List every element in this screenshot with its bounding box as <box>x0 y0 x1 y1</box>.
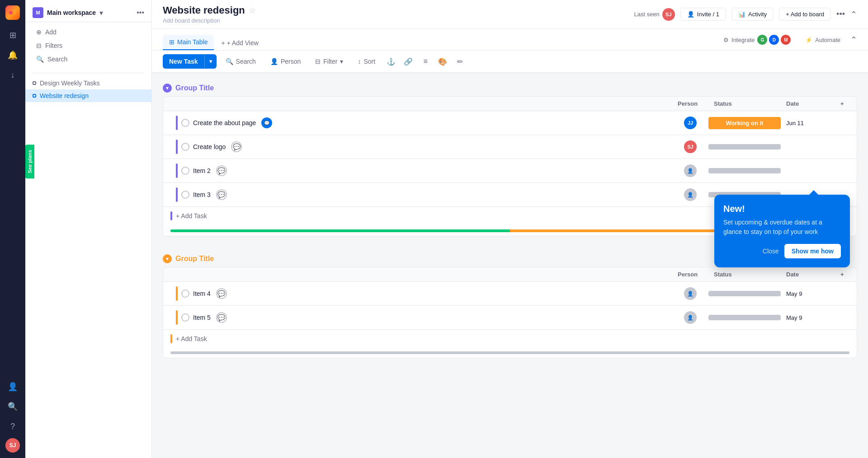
task-check-icon[interactable] <box>181 290 189 298</box>
task-check-icon[interactable] <box>181 191 189 199</box>
col-task-name <box>170 267 672 281</box>
task-name: Item 5 <box>193 314 211 321</box>
person-avatar[interactable]: 👤 <box>684 164 697 177</box>
add-task-accent <box>170 334 172 343</box>
new-task-dropdown-icon[interactable]: ▾ <box>204 55 217 68</box>
person-label: Person <box>281 58 301 65</box>
table-row: Item 4 💬 👤 May 9 <box>163 282 857 306</box>
group-2-collapse-btn[interactable]: ▾ <box>163 254 172 263</box>
nav-people-icon[interactable]: 👤 <box>5 379 21 395</box>
toolbar-person-button[interactable]: 👤 Person <box>265 55 306 68</box>
nav-inbox-icon[interactable]: ↓ <box>5 67 21 83</box>
group-1-collapse-btn[interactable]: ▾ <box>163 84 172 93</box>
popup-title: New! <box>723 204 841 214</box>
sidebar-add-button[interactable]: ⊕ Add <box>33 26 144 38</box>
status-badge[interactable]: Working on it <box>708 117 781 129</box>
nav-help-icon[interactable]: ? <box>5 418 21 435</box>
task-chat-icon[interactable]: 💬 <box>216 288 227 299</box>
see-plans-tab[interactable]: See plans <box>25 145 34 178</box>
popup-show-me-button[interactable]: Show me how <box>784 244 841 258</box>
star-icon[interactable]: ☆ <box>249 5 256 15</box>
toolbar-edit-icon[interactable]: ✏ <box>453 55 467 68</box>
person-avatar[interactable]: 👤 <box>684 188 697 201</box>
col-person: Person <box>672 97 708 111</box>
popup-actions: Close Show me how <box>723 244 841 258</box>
nav-notifications-icon[interactable]: 🔔 <box>5 47 21 63</box>
add-to-board-button[interactable]: + Add to board <box>779 8 831 21</box>
person-avatar[interactable]: SJ <box>684 140 697 153</box>
add-view-icon: + <box>221 39 225 47</box>
top-bar-more-icon[interactable]: ••• <box>836 9 845 19</box>
task-check-icon[interactable] <box>181 119 189 127</box>
board-subtitle[interactable]: Add board description <box>163 17 256 24</box>
group-2-title: Group Title <box>175 255 214 263</box>
toolbar-chain-icon[interactable]: 🔗 <box>401 55 415 68</box>
task-chat-icon[interactable]: 💬 <box>216 312 227 323</box>
collapse-panel-icon[interactable]: ⌃ <box>850 35 857 45</box>
toolbar-sort-button[interactable]: ↕ Sort <box>352 55 381 68</box>
popup-close-button[interactable]: Close <box>763 248 779 255</box>
add-view-button[interactable]: + + Add View <box>216 36 264 50</box>
tab-main-table[interactable]: ⊞ Main Table <box>163 35 214 50</box>
status-badge[interactable] <box>708 144 781 150</box>
activity-button[interactable]: 📊 Activity <box>731 8 774 21</box>
sort-label: Sort <box>363 58 375 65</box>
sidebar-divider <box>33 73 144 73</box>
col-add[interactable]: + <box>835 267 849 281</box>
task-chat-icon[interactable]: 💬 <box>261 117 272 128</box>
toolbar-link-icon[interactable]: ⚓ <box>384 55 398 68</box>
workspace-selector[interactable]: M Main workspace ▾ <box>33 7 137 18</box>
automate-icon: ⚡ <box>805 37 812 43</box>
workspace-chevron-icon[interactable]: ▾ <box>99 9 103 17</box>
task-name: Item 4 <box>193 290 211 297</box>
last-seen-label: Last seen <box>634 11 659 18</box>
app-logo[interactable] <box>5 5 20 20</box>
search-label: Search <box>236 58 256 65</box>
collapse-icon[interactable]: ⌃ <box>850 9 857 19</box>
activity-icon: 📊 <box>738 11 745 18</box>
task-name-cell: Item 5 💬 <box>170 306 672 329</box>
status-badge[interactable] <box>708 168 781 173</box>
integrate-button[interactable]: ⚙ Integrate G D M <box>719 33 795 47</box>
add-view-label: + Add View <box>227 39 259 47</box>
person-avatar[interactable]: 👤 <box>684 311 697 324</box>
google-icon: G <box>757 35 767 45</box>
status-badge[interactable] <box>708 315 781 320</box>
last-seen-avatar[interactable]: SJ <box>662 8 675 21</box>
new-task-button[interactable]: New Task ▾ <box>163 54 217 69</box>
col-add[interactable]: + <box>835 97 849 111</box>
sidebar-item-website-redesign[interactable]: Website redesign <box>25 89 151 102</box>
sidebar-search-button[interactable]: 🔍 Search <box>33 53 144 65</box>
filter-chevron-icon: ▾ <box>340 58 343 65</box>
col-person: Person <box>672 267 708 281</box>
integrate-label: Integrate <box>731 37 755 43</box>
task-status-cell <box>708 315 781 320</box>
toolbar-filter-button[interactable]: ⊟ Filter ▾ <box>310 55 349 68</box>
toolbar-search-button[interactable]: 🔍 Search <box>220 55 261 68</box>
sidebar-item-design-weekly[interactable]: Design Weekly Tasks <box>25 77 151 89</box>
task-check-icon[interactable] <box>181 313 189 322</box>
nav-home-icon[interactable]: ⊞ <box>5 27 21 43</box>
task-check-icon[interactable] <box>181 167 189 175</box>
automate-button[interactable]: ⚡ Automate <box>801 35 845 45</box>
sort-icon: ↕ <box>358 58 361 65</box>
task-accent-bar <box>176 310 178 325</box>
toolbar-columns-icon[interactable]: ≡ <box>419 55 432 68</box>
left-navigation: ⊞ 🔔 ↓ 👤 🔍 ? SJ <box>0 0 25 458</box>
user-avatar[interactable]: SJ <box>5 438 20 453</box>
task-check-icon[interactable] <box>181 143 189 151</box>
group-2-add-task[interactable]: + Add Task <box>163 330 857 348</box>
task-chat-icon[interactable]: 💬 <box>231 141 242 152</box>
status-badge[interactable] <box>708 291 781 296</box>
person-avatar[interactable]: JJ <box>684 117 697 129</box>
sidebar-filters-button[interactable]: ⊟ Filters <box>33 39 144 52</box>
board-title-area: Website redesign ☆ Add board description <box>163 5 256 24</box>
nav-search-icon[interactable]: 🔍 <box>5 398 21 415</box>
task-chat-icon[interactable]: 💬 <box>216 189 227 200</box>
invite-button[interactable]: 👤 Invite / 1 <box>680 8 726 21</box>
nav-dot-icon <box>33 94 36 98</box>
person-avatar[interactable]: 👤 <box>684 287 697 300</box>
sidebar-more-icon[interactable]: ••• <box>137 9 144 17</box>
task-chat-icon[interactable]: 💬 <box>216 165 227 176</box>
toolbar-theme-icon[interactable]: 🎨 <box>436 55 449 68</box>
